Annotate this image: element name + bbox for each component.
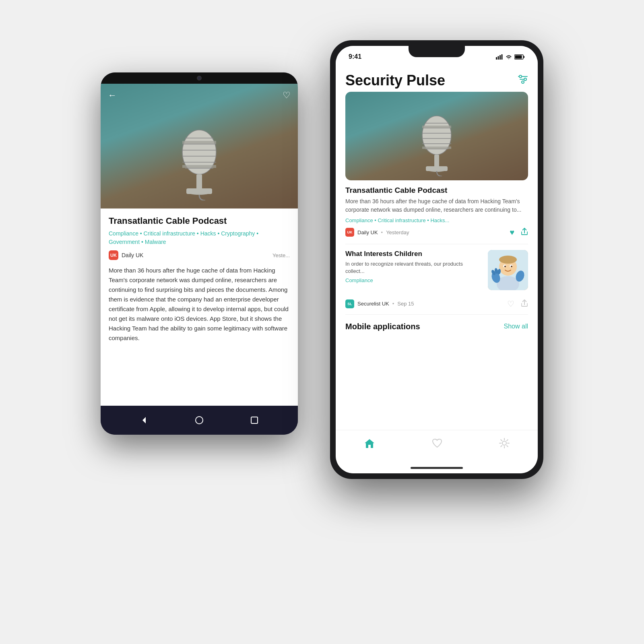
second-article-text: What Interests Children In order to reco…	[345, 250, 482, 290]
android-screen: ← ♡	[101, 84, 298, 406]
svg-rect-10	[196, 174, 202, 190]
daily-uk-badge: UK	[345, 228, 354, 237]
signal-icon	[496, 54, 503, 60]
android-source-row: UK Daily UK Yeste...	[109, 250, 290, 260]
second-share-button[interactable]	[521, 299, 528, 309]
svg-point-26	[519, 75, 522, 78]
ios-phone: 9:41	[330, 40, 543, 479]
svg-rect-15	[251, 417, 258, 423]
home-tab-icon	[364, 438, 375, 451]
child-image	[488, 250, 528, 290]
svg-marker-13	[142, 417, 146, 423]
svg-rect-12	[186, 188, 212, 194]
android-phone: ← ♡	[101, 72, 298, 435]
android-podcast-title: Transatlantic Cable Podcast	[109, 216, 290, 226]
second-article-tag[interactable]: Compliance	[345, 277, 482, 283]
filter-button[interactable]	[518, 75, 528, 86]
nav-tab-favorites[interactable]	[431, 438, 443, 451]
settings-icon-svg	[499, 438, 510, 448]
ios-home-indicator	[336, 462, 538, 473]
hero-article-title: Transatlantic Cable Podcast	[345, 186, 528, 195]
svg-rect-19	[502, 54, 503, 60]
second-meta-dot: •	[392, 301, 394, 307]
android-body-text: More than 36 hours after the huge cache …	[109, 266, 290, 343]
hero-meta-dot: •	[381, 229, 383, 235]
hero-favorite-button[interactable]: ♥	[510, 228, 514, 237]
battery-icon	[514, 54, 525, 60]
svg-point-45	[499, 256, 517, 264]
svg-rect-17	[498, 56, 499, 60]
android-home-nav[interactable]	[193, 414, 206, 427]
second-actions: ♡	[507, 299, 528, 309]
ios-inner: 9:41	[336, 46, 538, 473]
svg-rect-41	[426, 166, 448, 171]
svg-rect-37	[422, 126, 451, 128]
android-source-badge: UK	[109, 250, 118, 260]
hero-article-card: Transatlantic Cable Podcast More than 36…	[336, 186, 538, 244]
android-hero-image: ← ♡	[101, 84, 298, 208]
svg-rect-8	[182, 141, 216, 144]
ios-microphone	[415, 108, 459, 176]
second-article-desc: In order to recognize relevant threats, …	[345, 260, 482, 275]
hero-article-desc: More than 36 hours after the huge cache …	[345, 197, 528, 214]
wifi-icon	[506, 54, 512, 60]
svg-rect-21	[524, 56, 525, 58]
nav-tab-settings[interactable]	[499, 438, 510, 451]
svg-rect-38	[422, 147, 451, 149]
favorite-button[interactable]: ♡	[283, 90, 291, 101]
home-bar	[411, 467, 463, 469]
android-nav-bar	[101, 406, 298, 435]
hero-article-meta: UK Daily UK • Yesterday ♥	[345, 227, 528, 237]
nav-tab-home[interactable]	[364, 438, 375, 451]
show-all-button[interactable]: Show all	[504, 323, 528, 330]
divider-2	[345, 314, 528, 315]
android-tags[interactable]: Compliance • Critical infrastructure • H…	[109, 229, 290, 246]
favorites-tab-icon	[431, 438, 443, 451]
second-article-image	[488, 250, 528, 290]
back-button[interactable]: ←	[108, 90, 117, 101]
ios-bottom-nav	[336, 430, 538, 462]
ios-hero-image	[345, 92, 528, 180]
second-share-icon	[521, 299, 528, 307]
second-article-meta: SL Securelist UK • Sep 15 ♡	[336, 296, 538, 314]
svg-point-55	[502, 441, 506, 445]
hero-article-tags[interactable]: Compliance • Critical infrastructure • H…	[345, 217, 528, 223]
section-header: Mobile applications Show all	[336, 320, 538, 337]
second-article-title: What Interests Children	[345, 250, 482, 258]
second-source-name: Securelist UK	[357, 301, 389, 307]
svg-rect-18	[500, 55, 501, 60]
settings-tab-icon	[499, 438, 510, 451]
svg-point-28	[522, 81, 524, 83]
android-source-name: Daily UK	[122, 252, 143, 258]
android-recents-nav[interactable]	[248, 414, 261, 427]
second-favorite-button[interactable]: ♡	[507, 299, 514, 309]
hero-actions: ♥	[510, 227, 528, 237]
hero-share-button[interactable]	[521, 227, 528, 237]
android-source-date: Yeste...	[272, 252, 290, 258]
android-camera	[197, 76, 202, 80]
svg-point-14	[196, 417, 203, 424]
app-title: Security Pulse	[345, 72, 445, 89]
svg-rect-22	[515, 55, 522, 58]
svg-point-49	[511, 266, 512, 267]
heart-icon-svg	[431, 438, 443, 448]
ios-notch	[409, 46, 465, 57]
ios-app-header: Security Pulse	[336, 68, 538, 92]
second-meta-date: Sep 15	[397, 301, 414, 307]
scene: ← ♡	[101, 40, 543, 604]
filter-icon-svg	[518, 75, 528, 84]
android-back-nav[interactable]	[138, 414, 151, 427]
status-time: 9:41	[349, 53, 361, 60]
microphone-image	[173, 120, 225, 200]
svg-point-48	[504, 266, 506, 267]
svg-rect-39	[434, 155, 439, 168]
securelist-badge: SL	[345, 299, 354, 308]
svg-rect-16	[496, 57, 497, 60]
android-top-controls: ← ♡	[101, 90, 298, 101]
ios-scroll-area[interactable]: Security Pulse	[336, 68, 538, 430]
svg-point-27	[524, 78, 526, 80]
divider-1	[345, 244, 528, 244]
second-article-card: What Interests Children In order to reco…	[336, 250, 538, 296]
home-icon-svg	[364, 438, 375, 448]
android-content: Transatlantic Cable Podcast Compliance •…	[101, 208, 298, 350]
